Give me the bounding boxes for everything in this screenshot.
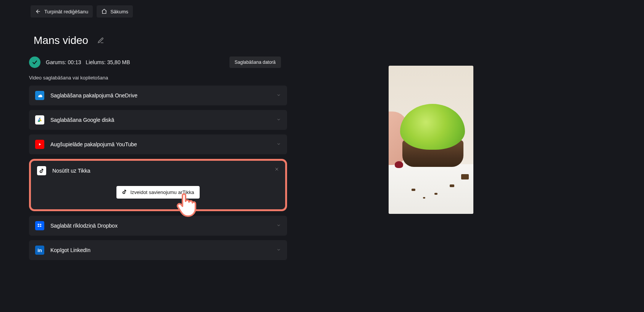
arrow-left-icon <box>35 8 41 15</box>
share-item-gdrive[interactable]: Saglabāšana Google diskā <box>29 110 287 130</box>
onedrive-icon <box>35 91 44 100</box>
dropbox-label: Saglabāt rīklodziņā Dropbox <box>50 223 118 229</box>
title-row: Mans video <box>34 34 104 47</box>
top-nav: Turpināt rediģēšanu Sākums <box>31 5 133 18</box>
chevron-down-icon <box>276 222 281 229</box>
chevron-down-icon <box>276 141 281 148</box>
home-icon <box>101 8 107 15</box>
share-item-linkedin[interactable]: in Kopīgot LinkedIn <box>29 240 287 260</box>
dropbox-icon <box>35 221 44 230</box>
share-item-tiktok[interactable]: Nosūtīt uz Tikka Izveidot savienojumu ar… <box>29 159 287 211</box>
linkedin-icon: in <box>35 246 44 255</box>
back-label: Turpināt rediģēšanu <box>44 9 88 15</box>
length-label: Garums: 00:13 <box>46 59 81 65</box>
connect-tiktok-button[interactable]: Izveidot savienojumu arTikka <box>116 186 199 199</box>
linkedin-label: Kopīgot LinkedIn <box>50 247 90 253</box>
size-label: Lielums: 35,80 MB <box>86 59 130 65</box>
share-item-onedrive[interactable]: Saglabāšana pakalpojumā OneDrive <box>29 86 287 105</box>
chevron-down-icon <box>276 92 281 99</box>
tiktok-label: Nosūtīt uz Tikka <box>52 168 90 174</box>
tiktok-icon <box>37 166 46 175</box>
chevron-down-icon <box>276 116 281 123</box>
svg-marker-3 <box>39 143 41 145</box>
chevron-down-icon <box>276 247 281 254</box>
page-title: Mans video <box>34 34 88 47</box>
home-button[interactable]: Sākums <box>97 5 133 18</box>
youtube-icon <box>35 140 44 149</box>
section-label: Video saglabāšana vai koplietošana <box>29 75 108 81</box>
tiktok-small-icon <box>122 189 127 196</box>
edit-title-icon[interactable] <box>97 37 104 44</box>
download-button[interactable]: Saglabāšana datorā <box>229 57 281 68</box>
share-item-dropbox[interactable]: Saglabāt rīklodziņā Dropbox <box>29 216 287 236</box>
connect-tiktok-label: Izveidot savienojumu arTikka <box>130 189 194 195</box>
youtube-label: Augšupielāde pakalpojumā YouTube <box>50 141 137 147</box>
close-icon[interactable] <box>274 166 279 173</box>
video-preview <box>389 66 473 214</box>
share-item-youtube[interactable]: Augšupielāde pakalpojumā YouTube <box>29 134 287 154</box>
gdrive-label: Saglabāšana Google diskā <box>50 117 114 123</box>
status-row: Garums: 00:13 Lielums: 35,80 MB Saglabāš… <box>29 57 281 68</box>
onedrive-label: Saglabāšana pakalpojumā OneDrive <box>50 92 137 99</box>
home-label: Sākums <box>110 9 128 15</box>
download-label: Saglabāšana datorā <box>235 60 276 65</box>
share-list: Saglabāšana pakalpojumā OneDrive Saglabā… <box>29 86 287 260</box>
gdrive-icon <box>35 115 44 124</box>
status-check-icon <box>29 57 40 68</box>
back-button[interactable]: Turpināt rediģēšanu <box>31 5 93 18</box>
